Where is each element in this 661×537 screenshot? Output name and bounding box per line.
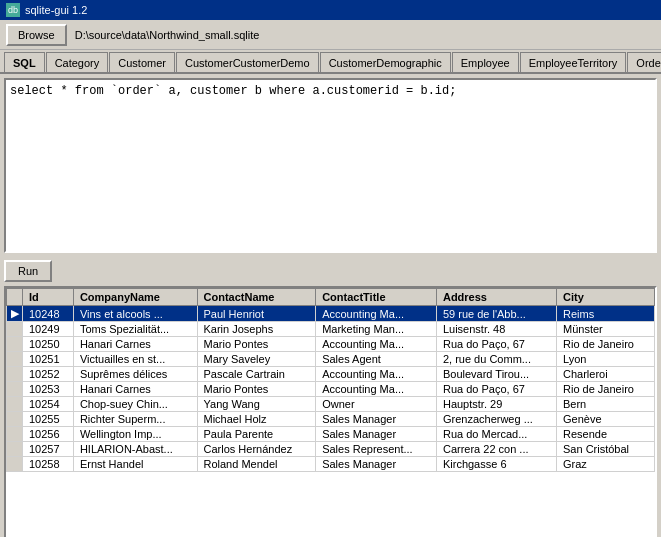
cell-contactname: Mario Pontes: [197, 382, 316, 397]
cell-contactname: Carlos Hernández: [197, 442, 316, 457]
cell-address: Carrera 22 con ...: [436, 442, 556, 457]
table-row[interactable]: 10253Hanari CarnesMario PontesAccounting…: [7, 382, 655, 397]
row-indicator: [7, 337, 23, 352]
cell-address: Grenzacherweg ...: [436, 412, 556, 427]
cell-companyname: Vins et alcools ...: [73, 306, 197, 322]
table-container: IdCompanyNameContactNameContactTitleAddr…: [4, 286, 657, 537]
cell-id: 10255: [23, 412, 74, 427]
cell-address: Rua do Paço, 67: [436, 382, 556, 397]
cell-city: Münster: [557, 322, 655, 337]
table-row[interactable]: 10251Victuailles en st...Mary SaveleySal…: [7, 352, 655, 367]
toolbar: Browse D:\source\data\Northwind_small.sq…: [0, 20, 661, 50]
column-header-companyname: CompanyName: [73, 289, 197, 306]
row-indicator: [7, 352, 23, 367]
tab-customercustomerdemo[interactable]: CustomerCustomerDemo: [176, 52, 319, 72]
column-header-contacttitle: ContactTitle: [316, 289, 437, 306]
cell-city: Resende: [557, 427, 655, 442]
table-row[interactable]: 10257HILARION-Abast...Carlos HernándezSa…: [7, 442, 655, 457]
cell-id: 10248: [23, 306, 74, 322]
cell-city: Bern: [557, 397, 655, 412]
cell-contacttitle: Accounting Ma...: [316, 382, 437, 397]
cell-companyname: Wellington Imp...: [73, 427, 197, 442]
cell-contacttitle: Sales Manager: [316, 427, 437, 442]
column-header-contactname: ContactName: [197, 289, 316, 306]
cell-companyname: Ernst Handel: [73, 457, 197, 472]
cell-contacttitle: Sales Agent: [316, 352, 437, 367]
column-header-address: Address: [436, 289, 556, 306]
cell-address: Rua do Mercad...: [436, 427, 556, 442]
cell-address: Boulevard Tirou...: [436, 367, 556, 382]
file-path: D:\source\data\Northwind_small.sqlite: [75, 29, 260, 41]
browse-button[interactable]: Browse: [6, 24, 67, 46]
cell-companyname: Toms Spezialität...: [73, 322, 197, 337]
cell-contactname: Roland Mendel: [197, 457, 316, 472]
cell-contactname: Karin Josephs: [197, 322, 316, 337]
tab-category[interactable]: Category: [46, 52, 109, 72]
cell-contacttitle: Sales Represent...: [316, 442, 437, 457]
cell-contacttitle: Marketing Man...: [316, 322, 437, 337]
cell-companyname: Victuailles en st...: [73, 352, 197, 367]
cell-id: 10249: [23, 322, 74, 337]
row-indicator: [7, 397, 23, 412]
cell-city: Lyon: [557, 352, 655, 367]
tab-sql[interactable]: SQL: [4, 52, 45, 74]
cell-contactname: Mary Saveley: [197, 352, 316, 367]
cell-companyname: Suprêmes délices: [73, 367, 197, 382]
tab-employee[interactable]: Employee: [452, 52, 519, 72]
cell-id: 10253: [23, 382, 74, 397]
table-row[interactable]: 10252Suprêmes délicesPascale CartrainAcc…: [7, 367, 655, 382]
cell-contacttitle: Accounting Ma...: [316, 367, 437, 382]
row-indicator: [7, 382, 23, 397]
run-button[interactable]: Run: [4, 260, 52, 282]
tab-customer[interactable]: Customer: [109, 52, 175, 72]
cell-id: 10254: [23, 397, 74, 412]
cell-id: 10257: [23, 442, 74, 457]
cell-city: San Cristóbal: [557, 442, 655, 457]
cell-companyname: Hanari Carnes: [73, 337, 197, 352]
row-indicator: [7, 322, 23, 337]
cell-contactname: Mario Pontes: [197, 337, 316, 352]
cell-contactname: Paula Parente: [197, 427, 316, 442]
table-row[interactable]: 10250Hanari CarnesMario PontesAccounting…: [7, 337, 655, 352]
cell-companyname: Richter Superm...: [73, 412, 197, 427]
cell-address: Kirchgasse 6: [436, 457, 556, 472]
cell-address: Luisenstr. 48: [436, 322, 556, 337]
cell-contactname: Yang Wang: [197, 397, 316, 412]
cell-companyname: Hanari Carnes: [73, 382, 197, 397]
table-row[interactable]: 10249Toms Spezialität...Karin JosephsMar…: [7, 322, 655, 337]
cell-contactname: Michael Holz: [197, 412, 316, 427]
cell-city: Genève: [557, 412, 655, 427]
table-row[interactable]: 10256Wellington Imp...Paula ParenteSales…: [7, 427, 655, 442]
column-header-id: Id: [23, 289, 74, 306]
table-row[interactable]: 10255Richter Superm...Michael HolzSales …: [7, 412, 655, 427]
tab-order[interactable]: Order: [627, 52, 661, 72]
cell-contacttitle: Accounting Ma...: [316, 306, 437, 322]
row-indicator: ▶: [7, 306, 23, 322]
column-header-city: City: [557, 289, 655, 306]
table-row[interactable]: 10258Ernst HandelRoland MendelSales Mana…: [7, 457, 655, 472]
cell-id: 10258: [23, 457, 74, 472]
cell-city: Rio de Janeiro: [557, 382, 655, 397]
cell-id: 10256: [23, 427, 74, 442]
title-bar: db sqlite-gui 1.2: [0, 0, 661, 20]
sql-editor[interactable]: [4, 78, 657, 253]
row-indicator: [7, 457, 23, 472]
tab-employeeterritory[interactable]: EmployeeTerritory: [520, 52, 627, 72]
app-icon: db: [6, 3, 20, 17]
table-row[interactable]: 10254Chop-suey Chin...Yang WangOwnerHaup…: [7, 397, 655, 412]
cell-companyname: Chop-suey Chin...: [73, 397, 197, 412]
cell-contacttitle: Sales Manager: [316, 457, 437, 472]
cell-contactname: Paul Henriot: [197, 306, 316, 322]
table-row[interactable]: ▶10248Vins et alcools ...Paul HenriotAcc…: [7, 306, 655, 322]
tab-customerdemographic[interactable]: CustomerDemographic: [320, 52, 451, 72]
row-indicator: [7, 427, 23, 442]
cell-id: 10250: [23, 337, 74, 352]
cell-companyname: HILARION-Abast...: [73, 442, 197, 457]
cell-address: 59 rue de l'Abb...: [436, 306, 556, 322]
cell-contacttitle: Sales Manager: [316, 412, 437, 427]
cell-address: 2, rue du Comm...: [436, 352, 556, 367]
cell-city: Reims: [557, 306, 655, 322]
cell-contacttitle: Owner: [316, 397, 437, 412]
cell-city: Charleroi: [557, 367, 655, 382]
main-content: Run IdCompanyNameContactNameContactTitle…: [0, 74, 661, 537]
